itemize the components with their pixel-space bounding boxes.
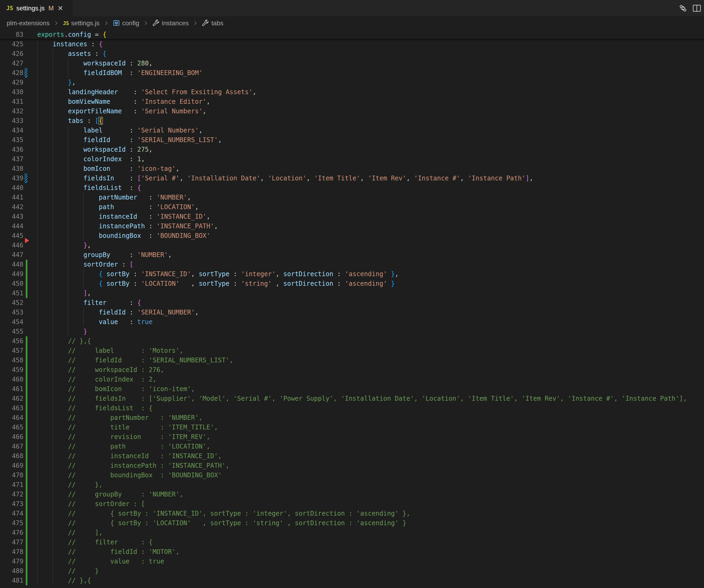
code-line[interactable]: 429 }, bbox=[0, 78, 704, 87]
code-line[interactable]: 479 // value : true bbox=[0, 556, 704, 566]
git-gutter-added[interactable] bbox=[26, 336, 27, 346]
line-number[interactable]: 448 bbox=[0, 260, 23, 269]
code-line[interactable]: 449 { sortBy : 'INSTANCE_ID', sortType :… bbox=[0, 269, 704, 279]
line-number[interactable]: 426 bbox=[0, 49, 23, 59]
line-number[interactable]: 467 bbox=[0, 442, 23, 451]
git-gutter-added[interactable] bbox=[26, 346, 27, 355]
line-number[interactable]: 441 bbox=[0, 193, 23, 202]
code-line[interactable]: 426 assets : { bbox=[0, 49, 704, 59]
code-line[interactable]: 481 // },{ bbox=[0, 576, 704, 585]
code-line[interactable]: 439 fieldsIn : ['Serial #', 'Installatio… bbox=[0, 173, 704, 183]
line-number[interactable]: 451 bbox=[0, 288, 23, 298]
line-number[interactable]: 476 bbox=[0, 528, 23, 537]
code-line[interactable]: 435 fieldId : 'SERIAL_NUMBERS_LIST', bbox=[0, 135, 704, 145]
git-gutter-added[interactable] bbox=[26, 451, 27, 461]
code-line[interactable]: 447 groupBy : 'NUMBER', bbox=[0, 250, 704, 260]
code-line[interactable]: 452 filter : { bbox=[0, 298, 704, 307]
line-number[interactable]: 435 bbox=[0, 135, 23, 145]
code-line[interactable]: 474 // { sortBy : 'INSTANCE_ID', sortTyp… bbox=[0, 509, 704, 518]
line-number[interactable]: 465 bbox=[0, 422, 23, 432]
code-line[interactable]: 444 instancePath : 'INSTANCE_PATH', bbox=[0, 221, 704, 231]
code-line[interactable]: 462 // fieldsIn : ['Supplier', 'Model', … bbox=[0, 394, 704, 403]
line-number[interactable]: 428 bbox=[0, 68, 23, 78]
line-number[interactable]: 474 bbox=[0, 509, 23, 518]
code-line[interactable]: 428 fieldIdBOM : 'ENGINEERING_BOM' bbox=[0, 68, 704, 78]
line-number[interactable]: 443 bbox=[0, 212, 23, 221]
line-number[interactable]: 454 bbox=[0, 317, 23, 327]
code-line[interactable]: 443 instanceId : 'INSTANCE_ID', bbox=[0, 212, 704, 221]
sticky-scroll-line[interactable]: 83 exports.config = { bbox=[0, 30, 704, 39]
git-gutter-added[interactable] bbox=[26, 547, 27, 556]
line-number[interactable]: 438 bbox=[0, 164, 23, 173]
code-line[interactable]: 442 path : 'LOCATION', bbox=[0, 202, 704, 212]
editor-code-area[interactable]: 425 instances : {426 assets : {427 works… bbox=[0, 39, 704, 585]
line-number[interactable]: 464 bbox=[0, 413, 23, 422]
line-number[interactable]: 436 bbox=[0, 145, 23, 154]
line-number[interactable]: 425 bbox=[0, 39, 23, 49]
line-number[interactable]: 481 bbox=[0, 576, 23, 585]
code-line[interactable]: 467 // path : 'LOCATION', bbox=[0, 442, 704, 451]
git-gutter-added[interactable] bbox=[26, 288, 27, 298]
code-line[interactable]: 441 partNumber : 'NUMBER', bbox=[0, 193, 704, 202]
line-number[interactable]: 433 bbox=[0, 116, 23, 126]
code-line[interactable]: 470 // boundingBox : 'BOUNDING_BOX' bbox=[0, 470, 704, 480]
git-gutter-added[interactable] bbox=[26, 384, 27, 394]
line-number[interactable]: 470 bbox=[0, 470, 23, 480]
code-line[interactable]: 464 // partNumber : 'NUMBER', bbox=[0, 413, 704, 422]
breadcrumb-item-instances[interactable]: instances bbox=[153, 19, 189, 27]
git-gutter-added[interactable] bbox=[26, 260, 27, 269]
open-changes-icon[interactable] bbox=[679, 4, 688, 13]
breadcrumb-item-settings-js[interactable]: JSsettings.js bbox=[63, 19, 100, 27]
line-number[interactable]: 480 bbox=[0, 566, 23, 576]
line-number[interactable]: 453 bbox=[0, 307, 23, 317]
line-number[interactable]: 444 bbox=[0, 221, 23, 231]
git-gutter-added[interactable] bbox=[26, 509, 27, 518]
split-editor-icon[interactable] bbox=[692, 4, 701, 13]
line-number[interactable]: 456 bbox=[0, 336, 23, 346]
git-gutter-added[interactable] bbox=[26, 413, 27, 422]
line-number[interactable]: 446 bbox=[0, 240, 23, 250]
code-line[interactable]: 469 // instancePath : 'INSTANCE_PATH', bbox=[0, 461, 704, 470]
code-line[interactable]: 457 // label : 'Motors', bbox=[0, 346, 704, 355]
code-line[interactable]: 473 // sortOrder : [ bbox=[0, 499, 704, 509]
git-gutter-added[interactable] bbox=[26, 556, 27, 566]
code-line[interactable]: 465 // title : 'ITEM_TITLE', bbox=[0, 422, 704, 432]
line-number[interactable]: 439 bbox=[0, 173, 23, 183]
git-gutter-added[interactable] bbox=[26, 279, 27, 288]
git-gutter-added[interactable] bbox=[26, 499, 27, 509]
code-line[interactable]: 427 workspaceId : 280, bbox=[0, 59, 704, 68]
git-gutter-added[interactable] bbox=[26, 403, 27, 413]
code-line[interactable]: 448 sortOrder : [ bbox=[0, 260, 704, 269]
breadcrumb-item-tabs[interactable]: tabs bbox=[202, 19, 223, 27]
code-line[interactable]: 450 { sortBy : 'LOCATION' , sortType : '… bbox=[0, 279, 704, 288]
line-number[interactable]: 479 bbox=[0, 556, 23, 566]
git-gutter-added[interactable] bbox=[26, 470, 27, 480]
line-number[interactable]: 457 bbox=[0, 346, 23, 355]
git-gutter-added[interactable] bbox=[26, 355, 27, 365]
code-line[interactable]: 438 bomIcon : 'icon-tag', bbox=[0, 164, 704, 173]
line-number[interactable]: 475 bbox=[0, 518, 23, 528]
line-number[interactable]: 469 bbox=[0, 461, 23, 470]
line-number[interactable]: 447 bbox=[0, 250, 23, 260]
line-number[interactable]: 450 bbox=[0, 279, 23, 288]
code-line[interactable]: 480 // } bbox=[0, 566, 704, 576]
line-number[interactable]: 455 bbox=[0, 327, 23, 336]
code-line[interactable]: 440 fieldsList : { bbox=[0, 183, 704, 193]
line-number[interactable]: 452 bbox=[0, 298, 23, 307]
code-line[interactable]: 445 boundingBox : 'BOUNDING_BOX' bbox=[0, 231, 704, 240]
code-line[interactable]: 476 // ], bbox=[0, 528, 704, 537]
line-number[interactable]: 473 bbox=[0, 499, 23, 509]
code-line[interactable]: 454 value : true bbox=[0, 317, 704, 327]
git-gutter-added[interactable] bbox=[26, 480, 27, 489]
code-line[interactable]: 425 instances : { bbox=[0, 39, 704, 49]
line-number[interactable]: 432 bbox=[0, 106, 23, 116]
git-gutter-added[interactable] bbox=[26, 432, 27, 442]
git-gutter-added[interactable] bbox=[26, 461, 27, 470]
line-number[interactable]: 449 bbox=[0, 269, 23, 279]
code-line[interactable]: 459 // workspaceId : 276, bbox=[0, 365, 704, 374]
code-line[interactable]: 437 colorIndex : 1, bbox=[0, 154, 704, 164]
line-number[interactable]: 431 bbox=[0, 97, 23, 106]
code-line[interactable]: 460 // colorIndex : 2, bbox=[0, 374, 704, 384]
line-number[interactable]: 458 bbox=[0, 355, 23, 365]
git-gutter-modified[interactable] bbox=[24, 173, 27, 183]
